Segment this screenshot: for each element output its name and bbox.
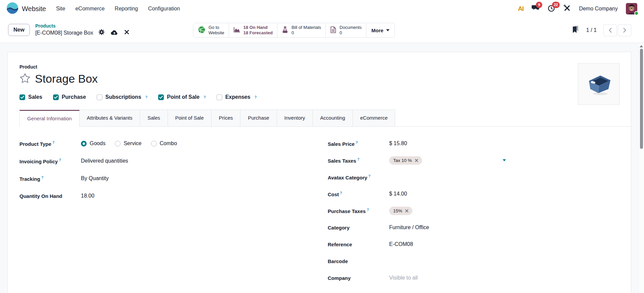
company-selector[interactable]: Demo Company [579,6,618,12]
field-label: Company [328,275,351,281]
stat-label: Documents [339,25,362,30]
quantity-on-hand-value[interactable]: 18.00 [81,193,94,199]
nav-menu-site[interactable]: Site [56,6,65,12]
cost-input[interactable]: $ 14.00 [389,191,407,197]
product-name-input[interactable]: Storage Box [35,72,98,85]
documents-stat-button[interactable]: Documents 0 [326,23,366,37]
tax-tag: Tax 10 % [389,156,422,165]
help-icon[interactable]: ? [52,140,55,144]
company-input[interactable]: Visible to all [389,275,418,281]
checkbox[interactable] [217,94,222,100]
toggle-sales[interactable]: Sales [19,94,42,100]
tab-attributes-variants[interactable]: Attributes & Variants [80,110,140,126]
radio-button[interactable] [81,141,87,146]
checkbox[interactable] [53,94,59,100]
radio-goods[interactable]: Goods [81,140,105,146]
radio-combo[interactable]: Combo [151,140,177,146]
category-input[interactable]: Furniture / Office [389,224,429,231]
help-icon[interactable]: ? [145,95,148,99]
tab-point-of-sale[interactable]: Point of Sale [168,110,212,126]
tab-purchase[interactable]: Purchase [240,110,277,126]
on-hand-stat-button[interactable]: 18 On Hand 18 Forecasted [229,23,277,37]
tab-general-information[interactable]: General Information [19,110,80,127]
help-icon[interactable]: ? [59,158,61,162]
flask-icon [282,26,288,35]
tools-icon[interactable] [563,4,571,13]
notebook-tabs: General Information Attributes & Variant… [19,110,631,127]
tab-accounting[interactable]: Accounting [313,110,353,126]
stat-label: 18 Forecasted [243,30,273,36]
top-nav-bar: Website Site eCommerce Reporting Configu… [0,0,644,17]
document-icon [330,26,336,35]
toggle-point-of-sale[interactable]: Point of Sale? [158,94,206,100]
radio-button[interactable] [151,141,157,146]
invoicing-policy-select[interactable]: Delivered quantities [81,158,128,164]
tab-prices[interactable]: Prices [212,110,241,126]
user-avatar[interactable] [626,3,637,14]
scrollbar-thumb[interactable] [640,49,643,149]
field-product-type: Product Type? Goods Service Combo [19,139,328,148]
settings-gear-icon[interactable] [98,29,105,37]
help-icon[interactable]: ? [203,95,206,99]
pager-previous-button[interactable] [603,24,617,36]
toggle-label: Purchase [62,94,86,100]
sales-price-input[interactable]: $ 15.80 [389,140,407,146]
help-icon[interactable]: ? [367,208,369,212]
toggle-purchase[interactable]: Purchase [53,94,86,100]
toggle-label: Point of Sale [167,94,199,100]
tracking-select[interactable]: By Quantity [81,175,109,181]
help-icon[interactable]: ? [41,175,44,179]
help-icon[interactable]: ? [368,174,371,178]
new-button[interactable]: New [8,24,30,36]
tag-remove-icon[interactable] [415,159,418,162]
toggle-expenses[interactable]: Expenses? [217,94,257,100]
breadcrumb-products-link[interactable]: Products [35,23,130,29]
tab-ecommerce[interactable]: eCommerce [353,110,396,126]
vertical-scrollbar[interactable] [638,43,644,293]
checkbox[interactable] [19,94,25,100]
sales-taxes-input[interactable]: Tax 10 % [389,156,506,165]
field-label: Product Type [19,141,51,147]
storage-box-image [584,72,613,96]
more-dropdown-button[interactable]: More [366,23,395,37]
reference-input[interactable]: E-COM08 [389,241,413,247]
toggle-subscriptions[interactable]: Subscriptions? [97,94,147,100]
product-image-thumbnail[interactable] [578,63,619,105]
scroll-up-arrow-icon[interactable] [640,45,643,47]
dropdown-caret-icon[interactable] [503,159,506,161]
tab-sales[interactable]: Sales [140,110,168,126]
app-switcher[interactable]: Website [7,2,46,15]
stat-label: Go to [209,25,224,30]
field-label: Cost [328,192,339,197]
field-purchase-taxes: Purchase Taxes? 15% [328,206,611,215]
tag-remove-icon[interactable] [405,209,408,212]
nav-menu-ecommerce[interactable]: eCommerce [75,6,104,12]
nav-menu-configuration[interactable]: Configuration [148,6,180,12]
tab-inventory[interactable]: Inventory [277,110,313,126]
toggle-label: Sales [28,94,42,100]
activities-count-badge: 22 [552,2,559,8]
ai-assistant-icon[interactable]: AI [518,5,523,12]
radio-button[interactable] [115,141,121,146]
bill-of-materials-stat-button[interactable]: Bill of Materials 0 [277,23,326,37]
discard-close-icon[interactable] [124,30,129,37]
help-icon[interactable]: ? [255,95,257,99]
pager-next-button[interactable] [618,24,631,36]
field-label: Sales Price [328,141,355,147]
checkbox[interactable] [158,94,164,100]
sales-channel-toggles: Sales Purchase Subscriptions? Point of S… [19,94,631,100]
bookmark-icon[interactable] [571,26,580,35]
online-status-dot [634,11,639,15]
go-to-website-button[interactable]: Go to Website [193,23,229,37]
nav-menu-reporting[interactable]: Reporting [115,6,138,12]
favorite-star-icon[interactable] [19,73,31,85]
checkbox[interactable] [97,94,102,100]
help-icon[interactable]: ? [357,157,360,161]
help-icon[interactable]: ? [340,191,342,195]
help-icon[interactable]: ? [356,140,358,144]
save-cloud-upload-icon[interactable] [110,29,119,37]
activities-button[interactable]: 22 [548,4,555,13]
radio-service[interactable]: Service [115,140,141,146]
app-name: Website [22,5,46,13]
messages-button[interactable]: 9 [532,4,540,13]
